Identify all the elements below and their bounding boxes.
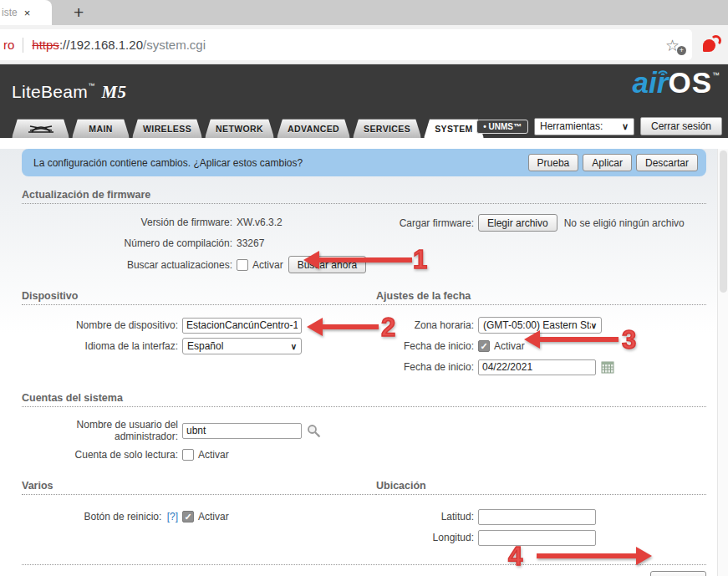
browser-tab-strip: iste × + [0, 0, 728, 25]
timezone-select-value: (GMT-05:00) Eastern Sta [483, 319, 591, 331]
startdate-input[interactable] [478, 359, 596, 375]
bookmark-star-icon[interactable]: ☆+ [665, 36, 684, 54]
footer-divider [22, 564, 706, 565]
date-section-title: Ajustes de la fecha [376, 290, 706, 305]
language-select[interactable]: Español ∨ [182, 338, 302, 354]
brand-model: M5 [102, 82, 127, 102]
nav-tab-home[interactable] [12, 119, 69, 138]
not-secure-label: ro [3, 38, 14, 52]
page-scrollbar[interactable] [717, 149, 728, 576]
scrollbar-thumb[interactable] [720, 150, 727, 293]
address-divider [23, 38, 23, 53]
latitude-input[interactable] [478, 509, 596, 525]
readonly-enable-text: Activar [198, 449, 229, 461]
reset-button-checkbox[interactable] [182, 511, 194, 522]
firmware-version-label: Versión de firmware: [22, 217, 237, 228]
airos-logo: air OS ™ [633, 66, 720, 99]
startdate-enable-label: Fecha de inicio: [376, 340, 478, 352]
choose-file-button[interactable]: Elegir archivo [478, 214, 557, 232]
browser-extension-icon[interactable] [703, 35, 721, 54]
nav-tab-wireless[interactable]: WIRELESS [132, 119, 202, 138]
nav-tab-services[interactable]: SERVICES [353, 119, 421, 138]
address-bar[interactable]: ro https :// 192.168.1.20 /system.cgi ☆+ [0, 29, 692, 60]
startdate-label: Fecha de inicio: [376, 361, 478, 373]
readonly-checkbox[interactable] [182, 449, 194, 461]
url-separator: :// [59, 38, 70, 52]
airos-logo-os: OS [668, 66, 712, 99]
banner-message: La configuración contiene cambios. ¿Apli… [33, 157, 303, 169]
build-number-label: Número de compilación: [22, 237, 237, 249]
chevron-down-icon: ∨ [291, 342, 297, 351]
airos-logo-air: air [633, 66, 669, 99]
tools-dropdown[interactable]: Herramientas: ∨ [534, 118, 634, 135]
discard-button[interactable]: Descartar [636, 154, 698, 171]
main-navigation: MAIN WIRELESS NETWORK ADVANCED SERVICES … [12, 119, 484, 138]
nav-tab-advanced[interactable]: ADVANCED [277, 119, 350, 138]
brand-tm: ™ [88, 82, 94, 89]
admin-username-input[interactable] [182, 423, 302, 439]
reset-button-label: Botón de reinicio: [?] [22, 511, 182, 522]
reset-enable-text: Activar [198, 511, 229, 522]
timezone-select[interactable]: (GMT-05:00) Eastern Sta ∨ [478, 317, 602, 334]
system-page: La configuración contiene cambios. ¿Apli… [0, 149, 728, 576]
airos-logo-tm: ™ [712, 71, 720, 79]
startdate-enable-text: Activar [494, 340, 525, 352]
struck-https-label: https [32, 38, 59, 52]
ubiquiti-antenna-icon [27, 123, 55, 135]
device-section-title: Dispositivo [22, 290, 376, 305]
check-updates-enable-text: Activar [252, 259, 283, 271]
tab-close-icon[interactable]: × [24, 8, 31, 18]
logout-button[interactable]: Cerrar sesión [640, 117, 722, 135]
apply-button[interactable]: Aplicar [583, 154, 632, 171]
check-updates-checkbox[interactable] [237, 259, 248, 271]
browser-tab-title: iste [2, 7, 18, 18]
upload-firmware-label: Cargar firmware: [376, 217, 478, 229]
header-controls: • UNMS™ Herramientas: ∨ Cerrar sesión [476, 117, 722, 135]
nav-tab-system[interactable]: SYSTEM [424, 119, 484, 138]
nav-tab-network[interactable]: NETWORK [205, 119, 274, 138]
calendar-icon[interactable] [601, 361, 614, 374]
firmware-version-value: XW.v6.3.2 [237, 217, 283, 228]
latitude-label: Latitud: [376, 511, 478, 522]
check-updates-label: Buscar actualizaciones: [22, 259, 237, 271]
help-link[interactable]: [?] [167, 511, 178, 522]
startdate-checkbox[interactable] [478, 340, 490, 352]
build-number-value: 33267 [237, 237, 264, 249]
test-button[interactable]: Prueba [528, 154, 579, 171]
unms-button[interactable]: • UNMS™ [476, 120, 528, 134]
misc-section-title: Varios [22, 480, 376, 495]
litebeam-logo: LiteBeam™ M5 [12, 82, 126, 103]
language-select-value: Español [187, 340, 223, 352]
new-tab-button[interactable]: + [74, 3, 84, 23]
browser-toolbar: ro https :// 192.168.1.20 /system.cgi ☆+ [0, 25, 728, 64]
chevron-down-icon: ∨ [591, 321, 597, 330]
airos-header: LiteBeam™ M5 air OS ™ MAIN WIRELE [0, 64, 728, 138]
file-status-text: No se eligió ningún archivo [564, 217, 685, 229]
nav-tab-main[interactable]: MAIN [72, 119, 130, 138]
brand-name: LiteBeam [12, 82, 88, 101]
readonly-account-label: Cuenta de solo lectura: [22, 449, 182, 461]
url-host: 192.168.1.20 [69, 38, 143, 52]
change-button[interactable]: Cambiar [650, 571, 706, 576]
location-section-title: Ubicación [376, 480, 706, 495]
interface-language-label: Idioma de la interfaz: [22, 340, 182, 352]
timezone-label: Zona horaria: [376, 319, 478, 331]
device-name-input[interactable] [182, 318, 302, 334]
longitude-label: Longitud: [376, 532, 478, 543]
accounts-section-title: Cuentas del sistema [22, 392, 706, 407]
longitude-input[interactable] [478, 530, 596, 546]
wifi-waves-icon [656, 65, 669, 75]
chevron-down-icon: ∨ [622, 121, 629, 132]
tools-dropdown-value: Herramientas: [540, 120, 603, 132]
url-path: /system.cgi [143, 38, 206, 52]
device-name-label: Nombre de dispositivo: [22, 319, 182, 331]
check-now-button[interactable]: Buscar ahora [288, 256, 366, 273]
pending-changes-banner: La configuración contiene cambios. ¿Apli… [22, 149, 706, 176]
firmware-section-title: Actualización de firmware [22, 189, 706, 204]
magnifier-icon[interactable] [307, 424, 321, 438]
admin-username-label: Nombre de usuario del administrador: [22, 419, 182, 442]
browser-tab[interactable]: iste × [0, 0, 52, 25]
